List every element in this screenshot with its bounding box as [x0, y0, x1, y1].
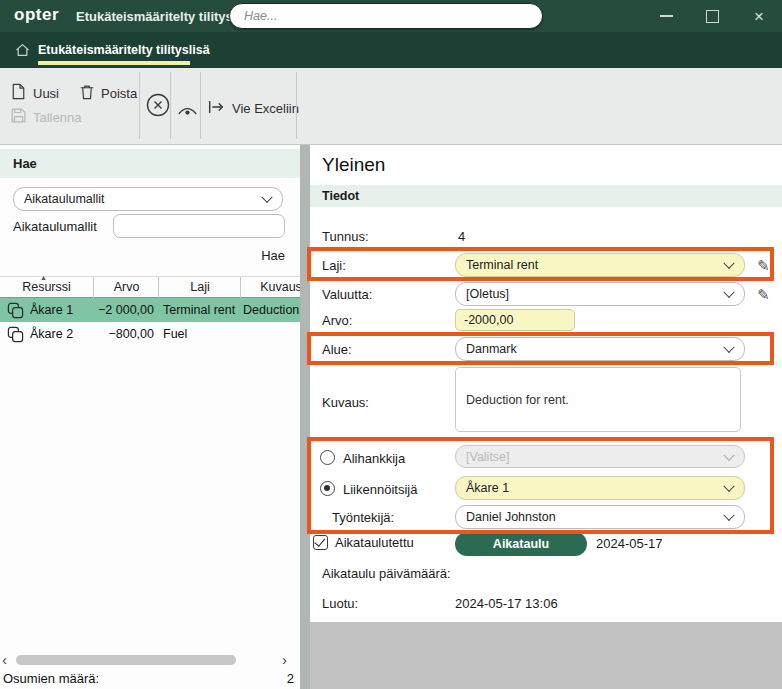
luotu-label: Luotu: — [322, 596, 358, 611]
tab-etukateismaaritelty-tilityslisa[interactable]: Etukäteismääritelty tilityslisä — [38, 32, 210, 68]
aikataulu-date: 2024-05-17 — [596, 536, 663, 551]
close-button[interactable]: × — [744, 0, 774, 32]
search-panel-header: Hae — [0, 149, 300, 178]
cell-resurssi: Åkare 2 — [30, 322, 73, 346]
section-header-label: Tiedot — [322, 189, 359, 203]
scrollbar-thumb[interactable] — [16, 655, 236, 665]
results-count-label: Osumien määrä: — [3, 671, 99, 686]
delete-button[interactable]: Poista — [80, 83, 137, 103]
resource-icon — [7, 326, 24, 343]
clear-button[interactable] — [145, 96, 171, 116]
toolbar-separator — [170, 72, 171, 139]
cell-arvo: −800,00 — [93, 322, 154, 346]
view-button[interactable] — [177, 101, 198, 121]
alihankkija-dropdown[interactable]: [Valitse] — [455, 445, 745, 468]
minimize-button[interactable] — [651, 0, 681, 32]
export-arrow-icon — [207, 99, 225, 118]
save-floppy-icon — [11, 108, 26, 126]
arvo-input[interactable] — [455, 309, 575, 331]
results-count-value: 2 — [250, 671, 294, 686]
liikennoitsija-radio[interactable] — [320, 481, 335, 496]
app-window: opter Etukäteismääritelty tilityslisä × … — [0, 0, 782, 689]
panel-divider[interactable] — [300, 145, 310, 689]
alue-dropdown-value: Danmark — [466, 342, 517, 356]
resource-icon — [7, 302, 24, 319]
toolbar-separator — [200, 72, 201, 139]
delete-button-label: Poista — [101, 86, 137, 101]
tyontekija-label: Työntekijä: — [332, 510, 394, 525]
laji-label: Laji: — [322, 258, 346, 273]
global-search — [229, 3, 543, 29]
global-search-input[interactable] — [230, 4, 542, 28]
kuvaus-label: Kuvaus: — [322, 395, 369, 410]
minimize-icon — [660, 15, 673, 17]
cell-kuvaus: Deduction for rent. — [243, 298, 300, 322]
export-button-label: Vie Exceliin — [232, 101, 299, 116]
eye-icon — [177, 102, 198, 120]
kuvaus-text: Deduction for rent. — [466, 393, 569, 407]
tyontekija-dropdown[interactable]: Daniel Johnston — [455, 505, 745, 529]
filter-label: Aikataulumallit — [13, 219, 97, 234]
new-button-label: Uusi — [33, 86, 59, 101]
scroll-right-icon[interactable]: › — [282, 652, 287, 668]
category-dropdown[interactable]: Aikataulumallit — [13, 187, 283, 211]
kuvaus-textarea[interactable]: Deduction for rent. — [455, 367, 741, 432]
aikataulutettu-checkbox[interactable] — [313, 535, 328, 550]
valuutta-dropdown[interactable]: [Oletus] — [455, 282, 745, 306]
chevron-down-icon — [723, 481, 734, 492]
filter-input[interactable] — [113, 214, 285, 238]
arvo-label: Arvo: — [322, 313, 352, 328]
tab-strip: Etukäteismääritelty tilityslisä — [0, 32, 782, 68]
liikennoitsija-dropdown[interactable]: Åkare 1 — [455, 476, 745, 500]
cell-resurssi: Åkare 1 — [30, 298, 73, 322]
chevron-down-icon — [723, 449, 734, 460]
window-title: Etukäteismääritelty tilityslisä — [76, 9, 254, 24]
toolbar-separator — [296, 72, 297, 139]
chevron-down-icon — [723, 287, 734, 298]
active-tab-underline — [38, 61, 190, 65]
section-header: Tiedot — [310, 185, 782, 207]
valuutta-dropdown-value: [Oletus] — [466, 287, 509, 301]
column-header-arvo[interactable]: Arvo — [93, 277, 159, 298]
aikataulutettu-label: Aikataulutettu — [335, 535, 414, 550]
close-icon: × — [754, 8, 764, 25]
toolbar-separator — [139, 72, 140, 139]
column-header-kuvaus[interactable]: Kuvaus — [240, 277, 300, 298]
laji-edit-button[interactable]: ✎ — [751, 253, 776, 279]
maximize-button[interactable] — [697, 0, 727, 32]
save-button[interactable]: Tallenna — [11, 107, 81, 127]
detail-panel: Yleinen Tiedot Tunnus: 4 Laji: Terminal … — [310, 145, 782, 689]
liikennoitsija-label: Liikennöitsijä — [343, 482, 417, 497]
chevron-down-icon — [723, 510, 734, 521]
column-header-resurssi[interactable]: Resurssi — [0, 277, 93, 298]
table-row[interactable]: Åkare 2 −800,00 Fuel — [0, 322, 300, 346]
column-header-laji[interactable]: Laji — [158, 277, 241, 298]
chevron-down-icon — [261, 192, 272, 203]
circle-x-icon — [145, 92, 171, 121]
laji-dropdown[interactable]: Terminal rent — [455, 253, 745, 277]
tunnus-value: 4 — [458, 229, 465, 244]
cell-laji: Fuel — [163, 322, 187, 346]
chevron-down-icon — [723, 342, 734, 353]
page-title: Yleinen — [322, 154, 385, 176]
panel-background — [310, 622, 782, 689]
aikataulu-pvm-label: Aikataulu päivämäärä: — [322, 566, 451, 581]
scroll-left-icon[interactable]: ‹ — [2, 652, 7, 668]
luotu-value: 2024-05-17 13:06 — [455, 596, 558, 611]
new-document-icon — [11, 83, 26, 103]
search-button[interactable]: Hae — [195, 248, 285, 263]
cell-arvo: −2 000,00 — [93, 298, 154, 322]
opter-logo: opter — [14, 5, 59, 25]
cell-laji: Terminal rent — [163, 298, 235, 322]
alihankkija-radio[interactable] — [320, 450, 335, 465]
table-row-selected[interactable]: Åkare 1 −2 000,00 Terminal rent Deductio… — [0, 298, 300, 322]
tunnus-label: Tunnus: — [322, 229, 369, 244]
new-button[interactable]: Uusi — [11, 83, 59, 103]
home-icon[interactable] — [14, 42, 31, 62]
aikataulu-button[interactable]: Aikataulu — [455, 532, 587, 556]
alue-dropdown[interactable]: Danmark — [455, 337, 745, 361]
toolbar: Uusi Tallenna Poista Vie Exceliin — [0, 68, 782, 145]
chevron-down-icon — [723, 258, 734, 269]
valuutta-edit-button[interactable]: ✎ — [751, 282, 776, 308]
export-excel-button[interactable]: Vie Exceliin — [207, 98, 299, 118]
